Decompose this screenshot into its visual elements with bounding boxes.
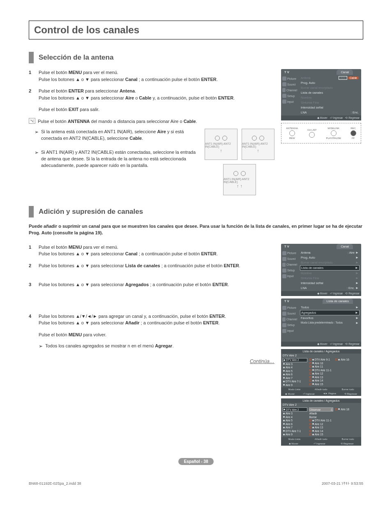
ch-item: Aire 13 [315,376,323,379]
ch-item: Aire 3 [286,412,293,415]
kw: Cable [184,119,196,124]
kw: ANTENNA [68,119,90,124]
ch-item: Aire 18 [341,408,349,411]
text: Pulse los botones ▲ o ▼ para seleccionar [39,263,125,268]
kw: ENTER [210,314,225,319]
remote-ff: FF [352,137,355,139]
foot-ingresar: Ingresar [333,116,343,119]
step-number: 3 [29,281,39,288]
ch-item: Aire 10 [315,362,323,365]
osd-side-item: Setup [287,269,295,272]
ch-item: Aire 6 [286,423,293,426]
kw: ENTER [224,263,239,268]
text: para ver el menú. [82,70,118,75]
osd-opt-aire: Aire [339,76,347,80]
ch-item: DTV Aire 9-1 [315,358,330,361]
kw: ENTER [203,320,218,325]
foot: Página [328,392,336,395]
remote-diagram: ANTENNAREW CH LIST WISELINKPLAY/PAUSE RE… [281,123,361,143]
text: Pulse el botón [39,332,69,337]
osd-opt-cable: Cable [348,76,359,79]
ch-item: Aire 7 [286,377,293,379]
text: para seleccionar [84,88,120,93]
add-step-3: 3 Pulse los botones ▲ o ▼ para seleccion… [29,281,274,288]
continue-label: Continúa… [29,359,274,364]
kw: Agregar [155,343,172,348]
foot-regresar: Regresar [348,116,360,119]
text: del mando a distancia para seleccionar A… [90,119,184,124]
doc-timestamp: 2007-03-21 ｿﾀﾈﾄ 9:53:55 [322,481,363,486]
osd-side-item: Sound [287,257,295,260]
ch-item: Aire 9 [286,384,293,386]
osd-item: Borrar canal encriptado [301,261,333,264]
ch-item: Aire 14 [315,430,323,433]
page-title: Control de los canales [29,21,363,39]
foot: Modo Lista [288,388,300,391]
ch-item: DTV Aire 2 [286,408,299,411]
foot: Mover [320,342,327,345]
text: . [239,263,240,268]
osd-item: Borrar canal encriptado [301,86,333,90]
foot: Ingresar [316,442,325,445]
remote-wiselink: WISELINK [327,127,339,130]
osd-side-item: Channel [286,263,297,266]
exit-line: Pulse el botón EXIT para salir. [39,106,274,113]
add-step-2: 2 Pulse los botones ▲ o ▼ para seleccion… [29,262,274,269]
osd-canal-antenna: T VCanal Picture Sound Channel Setup Inp… [281,69,361,120]
kw: Agregados [125,282,149,287]
chlist-title: Lista de canales / Agregados [281,349,361,354]
ch-item: Aire 12 [315,372,323,375]
osd-item: Nombre [301,96,312,99]
foot: Ingresar [306,393,315,395]
tip-1: ➢Si la antena está conectada en ANT1 IN(… [35,129,199,142]
kw: MENU [69,245,82,250]
text: o [134,95,139,100]
ch-item: Aire 3 [286,363,293,365]
foot: Ingresar [333,342,343,345]
text: . [228,282,229,287]
doc-file: BN68-01192E-02Spa_2.indd 38 [29,481,81,486]
section-antenna-title: Selección de la antena [29,52,363,63]
kw: Aire [157,129,166,134]
text: Pulse los botones ▲/▼/◄/► para agregar u… [39,314,210,319]
text: ; a continuación pulse el botón [138,251,201,256]
text: Todos los canales agregados se mostrar n… [45,343,155,348]
osd-item: Todos [301,305,309,309]
foot: Mover [291,442,298,445]
ch-item: Aire 12 [315,423,323,426]
osd-side-item: Setup [287,324,295,326]
chlist-col2: DTV Aire 9-1 Aire 10 Aire 11 DTV Aire 11… [309,358,334,387]
kw: Cable [129,136,142,141]
tip-arrow-icon: ➢ [35,149,39,169]
ch-item: Aire 13 [315,426,323,429]
osd-item: Favoritos [301,316,314,320]
foot-mover: Mover [320,116,327,119]
ch-item: Aire 4 [286,366,293,369]
remote-rec: REC [350,127,356,130]
osd-tv-label: T V [281,69,293,75]
kw: Añadir [125,320,140,325]
text: Pulse el botón [38,119,68,124]
text: ; a continuación pulse el botón [138,77,201,82]
osd-item: Intensidad señal [301,281,323,285]
step-number: 4 [29,313,39,326]
ch-item: Aire 4 [286,416,293,419]
text: ; a continuación pulse el botón [149,282,212,287]
ch-item: Aire 15 [315,383,323,386]
foot: Borrar todo [341,388,354,391]
ch-item: Aire 6 [286,373,293,376]
osd-side-sound: Sound [287,83,295,86]
remote-play: PLAY/PAUSE [326,137,341,139]
kw: Canal [125,251,138,256]
antenna-diagram-1a: ANT1 IN(AIR) ANT2 IN(CABLE)↑ [205,129,238,160]
osd-item: Prog. Auto [301,81,315,85]
osd-item: Intensidad señal [301,106,323,109]
ch-item: DTV Aire 11-1 [315,419,332,422]
chlist-col3: Aire 16 [335,358,360,387]
osd-item: Antena [301,76,311,80]
section-add-intro: Puede añadir o suprimir un canal para qu… [29,223,363,236]
add-step-4: 4 Pulse los botones ▲/▼/◄/► para agregar… [29,313,274,326]
remote-note: ⌥ Pulse el botón ANTENNA del mando a dis… [29,118,274,125]
kw: Aire [125,95,134,100]
ch-item: DTV Aire 11-1 [315,369,332,372]
